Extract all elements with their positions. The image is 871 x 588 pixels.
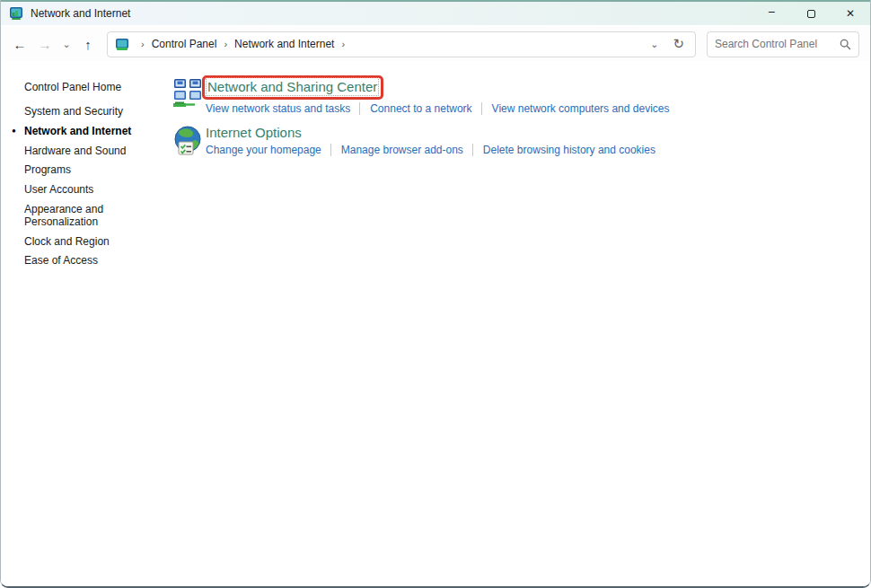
chevron-down-icon: ⌄ [62, 39, 70, 50]
group-internet-options: Internet Options Change your homepage Ma… [170, 125, 870, 157]
sidebar-item-network-and-internet[interactable]: ● Network and Internet [24, 126, 137, 138]
task-links: Change your homepage Manage browser add-… [206, 144, 655, 156]
network-sharing-center-icon [172, 76, 204, 109]
breadcrumb-control-panel[interactable]: Control Panel [150, 38, 219, 50]
forward-button[interactable]: → [33, 32, 57, 56]
maximize-button[interactable] [791, 2, 831, 25]
control-panel-icon [9, 6, 23, 21]
address-bar[interactable]: › Control Panel › Network and Internet ›… [107, 31, 696, 57]
search-icon[interactable] [840, 39, 851, 50]
task-links: View network status and tasks Connect to… [206, 102, 670, 115]
internet-options-link[interactable]: Internet Options [206, 125, 302, 140]
task-change-homepage[interactable]: Change your homepage [206, 144, 321, 156]
sidebar-item-control-panel-home[interactable]: Control Panel Home [24, 81, 170, 93]
breadcrumb-separator: › [336, 39, 350, 49]
recent-pages-button[interactable]: ⌄ [58, 32, 75, 56]
control-panel-folder-icon [115, 38, 130, 51]
titlebar: Network and Internet − ✕ [1, 0, 870, 25]
nav-buttons: ← → ⌄ ↑ [8, 32, 100, 56]
navigation-toolbar: ← → ⌄ ↑ › Control Panel › Network and In… [1, 27, 870, 61]
forward-icon: → [39, 37, 52, 52]
content-area: Control Panel Home System and Security ●… [1, 63, 870, 586]
task-view-network-computers[interactable]: View network computers and devices [481, 102, 670, 115]
task-view-network-status[interactable]: View network status and tasks [206, 102, 350, 115]
sidebar-item-label: Network and Internet [24, 125, 131, 137]
minimize-icon: − [768, 5, 775, 18]
close-button[interactable]: ✕ [831, 2, 870, 25]
sidebar-item-appearance-and-personalization[interactable]: Appearance and Personalization [24, 204, 137, 229]
sidebar-item-hardware-and-sound[interactable]: Hardware and Sound [24, 145, 137, 158]
search-box [707, 31, 859, 57]
red-highlight-annotation: Network and Sharing Center [202, 75, 383, 100]
group-body: Internet Options Change your homepage Ma… [206, 125, 655, 157]
sidebar-item-programs[interactable]: Programs [24, 164, 137, 177]
up-icon: ↑ [84, 37, 92, 52]
address-dropdown-icon[interactable]: ⌄ [641, 39, 667, 50]
search-input[interactable] [715, 38, 840, 50]
group-body: Network and Sharing Center View network … [206, 76, 670, 115]
close-icon: ✕ [846, 7, 855, 20]
task-delete-browsing-history[interactable]: Delete browsing history and cookies [472, 144, 655, 156]
breadcrumb-separator: › [136, 39, 150, 49]
back-button[interactable]: ← [8, 32, 31, 56]
maximize-icon [807, 10, 815, 18]
up-button[interactable]: ↑ [76, 32, 100, 56]
internet-options-icon [172, 125, 204, 157]
sidebar: Control Panel Home System and Security ●… [1, 63, 170, 586]
network-and-sharing-center-link[interactable]: Network and Sharing Center [207, 79, 377, 94]
window-controls: − ✕ [752, 2, 870, 25]
task-manage-addons[interactable]: Manage browser add-ons [330, 144, 463, 156]
sidebar-item-user-accounts[interactable]: User Accounts [24, 184, 137, 197]
minimize-button[interactable]: − [752, 2, 791, 25]
active-bullet-icon: ● [12, 127, 16, 135]
task-connect-to-network[interactable]: Connect to a network [359, 102, 471, 115]
back-icon: ← [13, 37, 27, 52]
sidebar-item-ease-of-access[interactable]: Ease of Access [24, 255, 137, 268]
control-panel-window: Network and Internet − ✕ ← → ⌄ ↑ › Contr… [0, 0, 871, 588]
window-title: Network and Internet [31, 7, 130, 20]
refresh-icon[interactable]: ↻ [667, 36, 690, 52]
breadcrumb-separator: › [218, 39, 233, 49]
sidebar-item-clock-and-region[interactable]: Clock and Region [24, 236, 137, 249]
sidebar-item-system-and-security[interactable]: System and Security [24, 106, 137, 118]
main-panel: Network and Sharing Center View network … [170, 63, 870, 586]
group-network-and-sharing-center: Network and Sharing Center View network … [170, 76, 870, 115]
breadcrumb-network-and-internet[interactable]: Network and Internet [233, 38, 336, 50]
